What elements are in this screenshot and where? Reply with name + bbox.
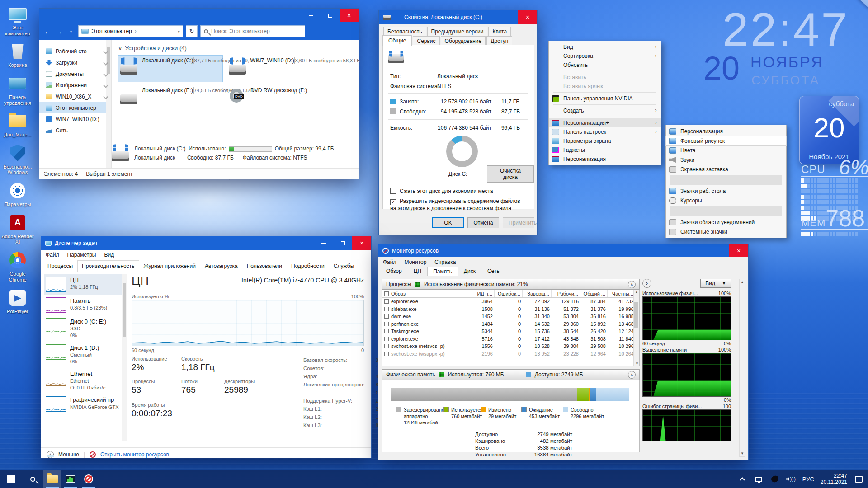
maximize-button[interactable]: [710, 244, 729, 257]
search-box[interactable]: Поиск: Этот компьютер: [200, 25, 305, 37]
ok-button[interactable]: OK: [432, 217, 464, 228]
context-menu-item[interactable]: Гаджеты: [549, 145, 661, 155]
process-checkbox[interactable]: [384, 299, 389, 304]
process-row[interactable]: explorer.exe 3964 0 72 092 129 116 87 38…: [382, 298, 639, 305]
dialog-title-bar[interactable]: Свойства: Локальный диск (C:) ×: [379, 10, 537, 24]
process-checkbox[interactable]: [384, 307, 389, 311]
process-row[interactable]: sidebar.exe 1508 0 31 136 51 372 31 376 …: [382, 305, 639, 313]
tab-disk[interactable]: Диск: [458, 266, 481, 276]
cancel-button[interactable]: Отмена: [467, 217, 499, 228]
close-button[interactable]: ×: [518, 10, 537, 24]
performance-sidebar-item[interactable]: Графический прNVIDIA GeForce GTX: [44, 394, 127, 414]
close-button[interactable]: ×: [340, 9, 359, 22]
sidebar-item[interactable]: Рабочий сто: [39, 46, 111, 57]
language-indicator[interactable]: РУС: [802, 476, 814, 483]
desktop-icon-recycle-bin[interactable]: Корзина: [1, 41, 34, 69]
submenu-item[interactable]: Системные значки: [666, 227, 786, 236]
explorer-title-bar[interactable]: ×: [39, 9, 359, 22]
submenu-item[interactable]: Значки раб. стола: [666, 186, 786, 196]
sidebar-item[interactable]: WIN7_WIN10 (D:): [39, 113, 111, 125]
menu-file[interactable]: Файл: [46, 252, 59, 258]
menu-options[interactable]: Параметры: [67, 252, 96, 258]
recent-locations-button[interactable]: ▾: [66, 29, 75, 34]
address-dropdown-icon[interactable]: ▾: [178, 29, 180, 34]
maximize-button[interactable]: [333, 236, 352, 250]
icons-view-button[interactable]: [347, 171, 354, 177]
process-row[interactable]: dwm.exe 1452 0 31 340 53 804 36 816 16 9…: [382, 313, 639, 320]
desktop-icon-potplayer[interactable]: ▶PotPlayer: [1, 287, 34, 315]
collapse-chevron-icon[interactable]: ∧: [628, 281, 636, 288]
minimize-button[interactable]: [302, 9, 321, 22]
maximize-button[interactable]: [321, 9, 340, 22]
performance-sidebar-item[interactable]: Диск 0 (C: E:)SSD0%: [44, 315, 127, 342]
desktop-icon-windows-security[interactable]: Безопасно... Windows: [1, 143, 34, 176]
context-menu-item[interactable]: [553, 117, 656, 117]
sidebar-scrollbar[interactable]: [106, 40, 111, 168]
process-row[interactable]: svchost.exe (netsvcs -p) 1556 0 18 628 3…: [382, 343, 639, 350]
tab-memory[interactable]: Память: [427, 267, 458, 276]
taskbar-taskmgr-button[interactable]: [61, 470, 80, 488]
drive-e[interactable]: Локальный диск (E:)74,5 ГБ свободно из 1…: [118, 85, 223, 112]
tab-details[interactable]: Подробности: [287, 260, 329, 272]
submenu-item[interactable]: [670, 175, 782, 185]
tab-services[interactable]: Службы: [329, 260, 359, 272]
performance-sidebar-item[interactable]: ЦП2% 1,18 ГГц: [44, 274, 127, 295]
submenu-item[interactable]: Звуки: [666, 155, 786, 164]
start-button[interactable]: [0, 470, 22, 488]
menu-monitor[interactable]: Монитор: [405, 259, 427, 265]
back-button[interactable]: ←: [43, 28, 52, 35]
group-header[interactable]: ∨Устройства и диски (4): [118, 45, 355, 52]
select-all-checkbox[interactable]: [384, 291, 389, 296]
taskbar-explorer-button[interactable]: [43, 470, 61, 488]
context-menu-item[interactable]: Персонализация: [549, 155, 661, 164]
context-menu-item[interactable]: Параметры экрана: [549, 136, 661, 145]
resmon-title-bar[interactable]: Монитор ресурсов ×: [378, 244, 748, 257]
apply-button[interactable]: Применить: [503, 217, 534, 228]
submenu-item[interactable]: Фоновый рисунок: [666, 136, 786, 145]
physical-memory-section-header[interactable]: Физическая память Используется: 760 МБ Д…: [382, 369, 640, 380]
tab-network[interactable]: Сеть: [481, 266, 505, 276]
action-center-icon[interactable]: [854, 473, 863, 485]
context-menu-item[interactable]: Панель настроек: [549, 127, 661, 136]
sidebar-item[interactable]: Изображени: [39, 80, 111, 91]
network-icon[interactable]: [754, 473, 764, 485]
taskbar-resmon-button[interactable]: [80, 470, 98, 488]
sidebar-item[interactable]: Этот компьютер: [39, 102, 111, 113]
submenu-item[interactable]: Цвета: [666, 145, 786, 155]
expand-panel-button[interactable]: ›: [642, 279, 651, 288]
submenu-item[interactable]: Экранная заставка: [666, 164, 786, 174]
table-header-row[interactable]: Образ ИД п... Ошибок... Заверш... Рабочи…: [382, 290, 639, 298]
forward-button[interactable]: →: [55, 28, 64, 35]
process-checkbox[interactable]: [384, 329, 389, 333]
close-button[interactable]: ×: [352, 236, 371, 250]
context-menu-item[interactable]: [553, 71, 656, 71]
context-menu-item[interactable]: Вставить ярлык: [549, 82, 661, 91]
index-checkbox[interactable]: ✓: [390, 199, 396, 205]
minimize-button[interactable]: [691, 244, 710, 257]
tab-app-history[interactable]: Журнал приложений: [139, 260, 200, 272]
performance-sidebar-item[interactable]: Память0,8/3,5 ГБ (23%): [44, 295, 127, 315]
address-bar[interactable]: Этот компьютер › ▾: [78, 25, 183, 37]
process-checkbox[interactable]: [384, 352, 389, 356]
disk-cleanup-button[interactable]: Очистка диска: [487, 165, 534, 183]
taskbar-search-button[interactable]: [22, 470, 43, 488]
performance-sidebar-item[interactable]: EthernetEthernetО: 0 П: 0 кбит/с: [44, 368, 127, 394]
context-menu-item[interactable]: [553, 92, 656, 93]
view-dropdown-button[interactable]: Вид▼: [700, 279, 731, 288]
tab-general[interactable]: Общие: [382, 35, 412, 46]
performance-sidebar-item[interactable]: Диск 1 (D:)Сменный0%: [44, 342, 127, 368]
processes-section-header[interactable]: Процессы Использование физической памяти…: [382, 279, 640, 290]
desktop-icon-folder[interactable]: Доп_Мате...: [1, 111, 34, 139]
taskmgr-title-bar[interactable]: Диспетчер задач ×: [41, 236, 371, 250]
sidebar-item[interactable]: Документы: [39, 68, 111, 80]
desktop-icon-adobe-reader[interactable]: AAdobe Reader XI: [1, 212, 34, 246]
taskbar-clock[interactable]: 22:47 20.11.2021: [821, 473, 847, 485]
tab-quota[interactable]: Квота: [488, 27, 511, 36]
minimize-button[interactable]: [314, 236, 333, 250]
sidebar-scrollbar[interactable]: [122, 274, 127, 441]
context-menu-item[interactable]: [553, 104, 656, 105]
desktop-icon-chrome[interactable]: Google Chrome: [1, 250, 34, 283]
process-row[interactable]: perfmon.exe 1484 0 14 632 29 360 15 892 …: [382, 320, 639, 328]
volume-icon[interactable]: ))): [786, 473, 796, 485]
desktop-icon-settings[interactable]: Параметры: [1, 180, 34, 208]
